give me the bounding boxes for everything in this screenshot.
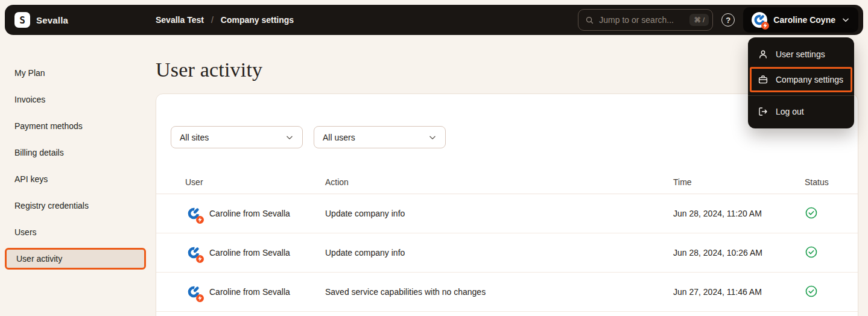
row-user-avatar — [185, 244, 202, 261]
sidebar-item-registry-credentials[interactable]: Registry credentials — [5, 195, 146, 216]
users-filter-select[interactable]: All users — [314, 126, 446, 148]
sidebar-item-invoices[interactable]: Invoices — [5, 89, 146, 110]
row-user-avatar — [185, 205, 202, 222]
row-time: Jun 28, 2024, 10:26 AM — [673, 248, 805, 258]
row-user-name: Caroline from Sevalla — [209, 248, 290, 258]
sidebar-item-label: Invoices — [14, 95, 45, 104]
row-action: Update company info — [325, 248, 673, 258]
menu-item-label: User settings — [776, 49, 825, 59]
breadcrumb: Sevalla Test / Company settings — [156, 5, 294, 35]
table-row: Caroline from Sevalla Update company inf… — [156, 233, 858, 273]
search-shortcut-kbd: ⌘ / — [689, 14, 709, 26]
sidebar-item-label: Payment methods — [14, 121, 83, 131]
search-input[interactable]: Jump to or search... ⌘ / — [578, 9, 713, 31]
row-time: Jun 27, 2024, 11:46 AM — [673, 287, 805, 297]
breadcrumb-separator: / — [211, 15, 214, 25]
table-row: Caroline from Sevalla Saved service capa… — [156, 273, 858, 312]
sidebar-item-label: My Plan — [14, 68, 45, 78]
avatar-badge-icon — [761, 22, 769, 30]
row-action: Saved service capabilities with no chang… — [325, 287, 673, 297]
sidebar-item-label: Registry credentials — [14, 201, 89, 210]
chevron-down-icon — [285, 133, 294, 142]
logout-icon — [758, 106, 768, 117]
brand-initial: S — [19, 14, 25, 26]
help-icon[interactable]: ? — [721, 13, 735, 27]
search-placeholder: Jump to or search... — [599, 15, 674, 25]
sevalla-logo-icon: S — [14, 12, 30, 28]
breadcrumb-page: Company settings — [221, 15, 294, 25]
briefcase-icon — [758, 74, 768, 85]
menu-item-company-settings[interactable]: Company settings — [748, 67, 854, 92]
column-header-user: User — [185, 177, 325, 187]
status-success-icon — [805, 245, 858, 261]
activity-table: User Action Time Status Caroline from Se… — [156, 170, 858, 312]
column-header-time: Time — [673, 177, 805, 187]
settings-sidebar: My Plan Invoices Payment methods Billing… — [5, 62, 146, 274]
menu-item-user-settings[interactable]: User settings — [748, 42, 854, 67]
sidebar-item-label: User activity — [16, 254, 62, 264]
column-header-status: Status — [805, 177, 858, 187]
avatar-badge-icon — [196, 294, 204, 302]
menu-item-log-out[interactable]: Log out — [748, 99, 854, 124]
row-time: Jun 28, 2024, 11:20 AM — [673, 209, 805, 218]
search-icon — [585, 16, 594, 25]
row-user-name: Caroline from Sevalla — [209, 209, 290, 218]
top-navbar: S Sevalla Sevalla Test / Company setting… — [5, 5, 863, 35]
table-row: Caroline from Sevalla Update company inf… — [156, 194, 858, 233]
user-dropdown-menu: User settings Company settings Log out — [748, 37, 854, 128]
table-header-row: User Action Time Status — [156, 170, 858, 194]
avatar-badge-icon — [196, 216, 204, 224]
sites-filter-value: All sites — [180, 133, 209, 142]
help-glyph: ? — [726, 16, 730, 25]
row-action: Update company info — [325, 209, 673, 218]
brand[interactable]: S Sevalla — [14, 12, 68, 28]
user-avatar — [752, 12, 767, 28]
status-success-icon — [805, 206, 858, 221]
avatar-badge-icon — [196, 255, 204, 263]
sidebar-item-billing-details[interactable]: Billing details — [5, 142, 146, 163]
sidebar-item-label: Billing details — [14, 148, 64, 157]
menu-item-label: Company settings — [776, 75, 843, 84]
sidebar-item-label: API keys — [14, 174, 48, 184]
user-icon — [758, 49, 768, 60]
user-menu-button[interactable]: Caroline Coyne — [743, 7, 858, 33]
sidebar-item-payment-methods[interactable]: Payment methods — [5, 115, 146, 137]
breadcrumb-project[interactable]: Sevalla Test — [156, 15, 204, 25]
column-header-action: Action — [325, 177, 673, 187]
sidebar-item-label: Users — [14, 227, 37, 237]
user-name: Caroline Coyne — [773, 15, 835, 25]
sites-filter-select[interactable]: All sites — [171, 126, 303, 148]
sidebar-item-api-keys[interactable]: API keys — [5, 168, 146, 190]
menu-divider — [748, 95, 854, 96]
users-filter-value: All users — [323, 133, 355, 142]
chevron-down-icon — [841, 16, 850, 24]
row-user-name: Caroline from Sevalla — [209, 287, 290, 297]
row-user-avatar — [185, 283, 202, 300]
sidebar-item-users[interactable]: Users — [5, 221, 146, 243]
page-title: User activity — [156, 58, 262, 81]
sidebar-item-user-activity[interactable]: User activity — [5, 248, 146, 270]
sidebar-item-my-plan[interactable]: My Plan — [5, 62, 146, 84]
status-success-icon — [805, 285, 858, 300]
chevron-down-icon — [428, 133, 437, 142]
brand-name: Sevalla — [36, 15, 68, 25]
menu-item-label: Log out — [776, 107, 804, 116]
